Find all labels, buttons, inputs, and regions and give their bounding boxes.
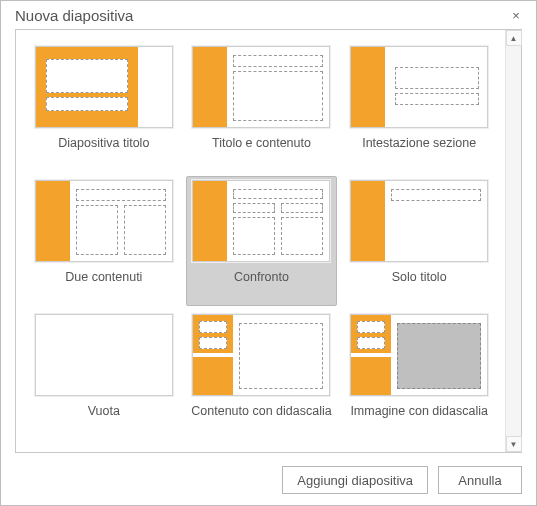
layout-option-picture-caption[interactable]: Immagine con didascalia [343, 310, 495, 440]
add-slide-button[interactable]: Aggiungi diapositiva [282, 466, 428, 494]
layout-thumb [350, 180, 488, 262]
layout-label: Immagine con didascalia [350, 404, 488, 418]
scroll-down-button[interactable]: ▼ [506, 436, 522, 452]
layout-label: Confronto [234, 270, 289, 284]
chevron-up-icon: ▲ [510, 34, 518, 43]
layout-thumb [35, 180, 173, 262]
dialog-title: Nuova diapositiva [15, 7, 504, 24]
layout-label: Vuota [88, 404, 120, 418]
layout-label: Intestazione sezione [362, 136, 476, 150]
cancel-button[interactable]: Annulla [438, 466, 522, 494]
layout-thumb [192, 180, 330, 262]
scroll-up-button[interactable]: ▲ [506, 30, 522, 46]
close-button[interactable]: × [504, 3, 528, 27]
layout-label: Diapositiva titolo [58, 136, 149, 150]
layout-thumb [35, 314, 173, 396]
layout-label: Contenuto con didascalia [191, 404, 331, 418]
layout-option-title-only[interactable]: Solo titolo [343, 176, 495, 306]
layout-thumb [350, 46, 488, 128]
layout-option-title-slide[interactable]: Diapositiva titolo [28, 42, 180, 172]
layout-option-content-caption[interactable]: Contenuto con didascalia [186, 310, 338, 440]
layouts-grid: Diapositiva titolo Titolo e contenuto [16, 30, 505, 452]
layouts-panel: Diapositiva titolo Titolo e contenuto [15, 29, 522, 453]
layout-label: Solo titolo [392, 270, 447, 284]
vertical-scrollbar[interactable]: ▲ ▼ [505, 30, 521, 452]
chevron-down-icon: ▼ [510, 440, 518, 449]
close-icon: × [512, 8, 520, 23]
layout-thumb [192, 46, 330, 128]
layout-thumb [350, 314, 488, 396]
dialog-buttonbar: Aggiungi diapositiva Annulla [1, 463, 536, 505]
new-slide-dialog: Nuova diapositiva × Diapositiva titolo [0, 0, 537, 506]
layout-thumb [35, 46, 173, 128]
layout-label: Due contenuti [65, 270, 142, 284]
layout-option-two-content[interactable]: Due contenuti [28, 176, 180, 306]
dialog-titlebar: Nuova diapositiva × [1, 1, 536, 29]
layout-option-title-content[interactable]: Titolo e contenuto [186, 42, 338, 172]
layout-option-section-header[interactable]: Intestazione sezione [343, 42, 495, 172]
layout-label: Titolo e contenuto [212, 136, 311, 150]
layout-option-comparison[interactable]: Confronto [186, 176, 338, 306]
layout-thumb [192, 314, 330, 396]
layout-option-blank[interactable]: Vuota [28, 310, 180, 440]
